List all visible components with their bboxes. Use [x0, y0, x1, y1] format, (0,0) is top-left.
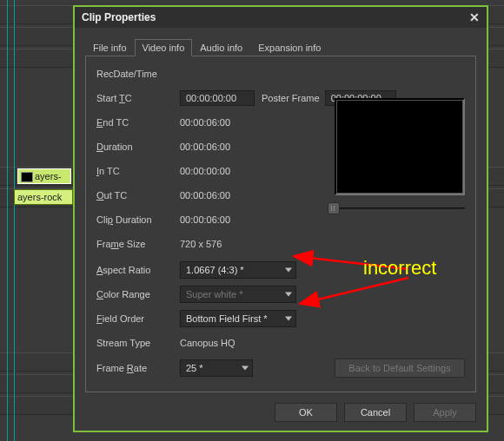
label-duration: Duration — [96, 142, 180, 152]
timeline-clip[interactable]: ayers-rock — [14, 189, 73, 205]
color-range-dropdown: Super white * — [180, 286, 296, 303]
clip-label: ayers- — [35, 171, 62, 181]
field-order-value: Bottom Field First * — [186, 313, 268, 324]
tab-video-info[interactable]: Video info — [135, 39, 193, 56]
tab-file-info[interactable]: File info — [85, 39, 135, 56]
color-range-value: Super white * — [186, 289, 242, 299]
label-stream-type: Stream Type — [96, 338, 180, 348]
label-field-order: Field Order — [96, 313, 180, 324]
field-order-dropdown[interactable]: Bottom Field First * — [180, 310, 296, 327]
chevron-down-icon — [285, 317, 292, 321]
label-in-tc: In TC — [96, 166, 180, 176]
value-duration: 00:00:06:00 — [180, 142, 230, 152]
label-frame-size: Frame Size — [96, 239, 180, 249]
label-clip-duration: Clip Duration — [96, 214, 180, 225]
frame-rate-value: 25 * — [186, 363, 203, 373]
chevron-down-icon — [285, 268, 292, 273]
label-aspect-ratio: Aspect Ratio — [96, 265, 180, 275]
ok-button[interactable]: OK — [275, 403, 337, 422]
aspect-ratio-dropdown[interactable]: 1.0667 (4:3) * — [180, 261, 296, 279]
frame-rate-dropdown[interactable]: 25 * — [180, 359, 253, 377]
preview-thumbnail — [335, 98, 465, 195]
value-stream-type: Canopus HQ — [180, 338, 235, 348]
chevron-down-icon — [285, 293, 292, 297]
apply-button[interactable]: Apply — [414, 403, 476, 422]
dialog-title: Clip Properties — [82, 11, 469, 23]
cancel-button[interactable]: Cancel — [344, 403, 407, 422]
label-recdate: RecDate/Time — [96, 69, 180, 79]
value-in-tc: 00:00:00:00 — [180, 166, 230, 176]
back-to-defaults-button[interactable]: Back to Default Settings — [335, 359, 465, 378]
label-color-range: Color Range — [96, 289, 180, 299]
label-start-tc: Start TC — [96, 93, 180, 103]
start-tc-input[interactable] — [180, 90, 255, 106]
clip-label: ayers-rock — [17, 192, 62, 202]
close-icon[interactable]: ✕ — [469, 10, 480, 24]
label-end-tc: End TC — [96, 117, 180, 128]
annotation-text: incorrect — [363, 257, 436, 280]
dialog-button-row: OK Cancel Apply — [75, 399, 487, 431]
video-info-panel: RecDate/Time Start TC Poster Frame End T… — [85, 56, 476, 392]
timeline-clip[interactable]: ayers- — [17, 168, 71, 184]
clip-properties-dialog: Clip Properties ✕ File info Video info A… — [73, 5, 488, 432]
tab-audio-info[interactable]: Audio info — [192, 39, 250, 56]
label-out-tc: Out TC — [96, 190, 180, 201]
label-frame-rate: Frame Rate — [96, 363, 180, 373]
value-frame-size: 720 x 576 — [180, 239, 222, 249]
titlebar[interactable]: Clip Properties ✕ — [75, 7, 487, 28]
value-end-tc: 00:00:06:00 — [180, 117, 230, 128]
preview-slider[interactable] — [335, 202, 465, 214]
tab-expansion-info[interactable]: Expansion info — [250, 39, 328, 56]
aspect-ratio-value: 1.0667 (4:3) * — [186, 265, 244, 275]
value-clip-duration: 00:00:06:00 — [180, 214, 230, 225]
slider-track — [340, 207, 465, 209]
tab-bar: File info Video info Audio info Expansio… — [85, 38, 476, 56]
chevron-down-icon — [242, 366, 249, 371]
slider-thumb[interactable] — [328, 202, 340, 214]
clip-thumb — [21, 172, 33, 182]
value-out-tc: 00:00:06:00 — [180, 190, 230, 201]
label-poster-frame: Poster Frame — [262, 93, 320, 103]
